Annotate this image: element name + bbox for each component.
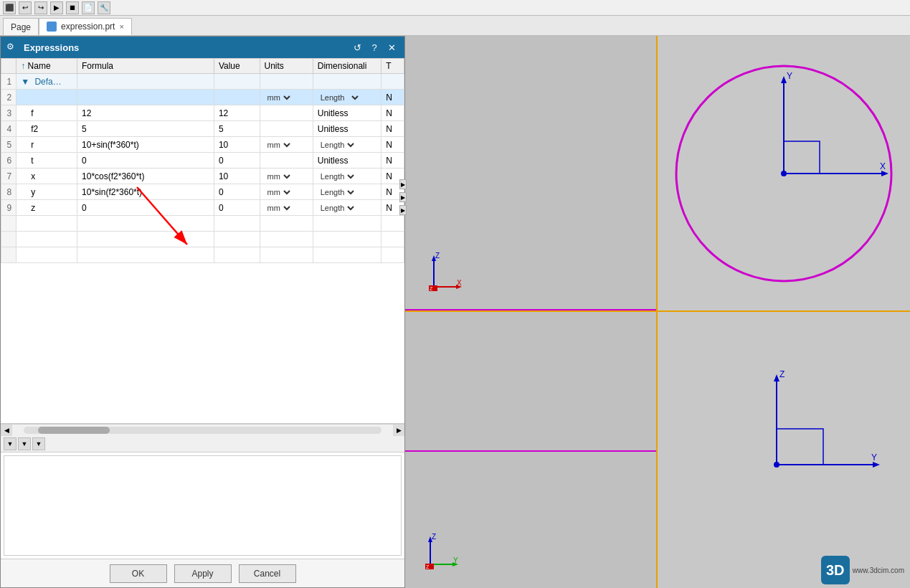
scroll-left-btn[interactable]: ◀ [1, 425, 12, 436]
col-header-formula[interactable]: Formula [77, 59, 214, 74]
table-row[interactable]: 7 x 10*cos(f2*360*t) 10 mm Length N [1, 169, 404, 184]
row-7-dim[interactable]: Length [313, 169, 381, 184]
col-header-units[interactable]: Units [260, 59, 313, 74]
row-1-dim [313, 74, 381, 90]
tab-file[interactable]: expression.prt × [39, 18, 132, 35]
table-row[interactable]: 6 t 0 0 Unitless N [1, 153, 404, 169]
row-9-formula[interactable]: 0 [77, 200, 214, 216]
3d-axes-svg: Z Y [683, 357, 884, 544]
svg-text:Z: Z [779, 369, 785, 379]
row-4-formula[interactable]: 5 [77, 121, 214, 137]
expressions-table-container[interactable]: ↑ Name Formula Value Units Dimensionali … [1, 58, 404, 424]
mini-btn-2[interactable]: ▼ [18, 437, 31, 450]
table-row-empty[interactable] [1, 232, 404, 247]
table-row-empty[interactable] [1, 247, 404, 263]
scroll-right-btn[interactable]: ▶ [393, 425, 404, 436]
dialog-titlebar: ⚙ Expressions ↺ ? ✕ [1, 37, 404, 58]
mini-btn-3[interactable]: ▼ [32, 437, 45, 450]
row-4-value: 5 [214, 121, 260, 137]
row-7-units-select[interactable]: mm [265, 171, 293, 181]
tab-page[interactable]: Page [3, 18, 39, 35]
toolbar-icon-7[interactable]: 🔧 [98, 1, 110, 14]
row-6-formula[interactable]: 0 [77, 153, 214, 169]
table-row[interactable]: 2 mmcmmin LengthU [1, 90, 404, 105]
handle-2[interactable]: ▶ [399, 192, 407, 202]
row-2-formula[interactable] [77, 90, 214, 105]
row-9-units[interactable]: mm [260, 200, 313, 216]
row-3-formula[interactable]: 12 [77, 105, 214, 121]
col-header-dim[interactable]: Dimensionali [313, 59, 381, 74]
row-6-name: t [16, 153, 77, 169]
row-9-units-select[interactable]: mm [265, 203, 293, 213]
row-8-dim-select[interactable]: Length [318, 187, 356, 197]
row-2-units[interactable]: mmcmmin [260, 90, 313, 105]
svg-text:Y: Y [787, 71, 792, 81]
table-row[interactable]: 1 ▼ Defa… [1, 74, 404, 90]
row-8-dim[interactable]: Length [313, 184, 381, 200]
group-expand-icon[interactable]: ▼ [21, 77, 29, 87]
handle-3[interactable]: ▶ [399, 205, 407, 215]
scroll-thumb[interactable] [38, 427, 110, 434]
row-2-name-input[interactable] [21, 93, 72, 103]
top-toolbar: ⬛ ↩ ↪ ▶ ⏹ 📄 🔧 [0, 0, 910, 16]
row-7-name: x [16, 169, 77, 184]
toolbar-icon-1[interactable]: ⬛ [3, 1, 16, 14]
row-8-units[interactable]: mm [260, 184, 313, 200]
row-9-dim[interactable]: Length [313, 200, 381, 216]
col-header-value[interactable]: Value [214, 59, 260, 74]
main-layout: ⚙ Expressions ↺ ? ✕ ↑ Name Formula V [0, 36, 910, 588]
row-5-units-select[interactable]: mm [265, 140, 293, 150]
row-3-name: f [16, 105, 77, 121]
row-2-name-cell[interactable] [16, 90, 77, 105]
mini-btn-1[interactable]: ▼ [4, 437, 16, 450]
row-2-dim-select[interactable]: LengthUnitlessAngle [318, 93, 361, 103]
row-2-units-select[interactable]: mmcmmin [265, 93, 293, 103]
table-row[interactable]: 3 f 12 12 Unitless N [1, 105, 404, 121]
toolbar-icon-4[interactable]: ▶ [50, 1, 63, 14]
toolbar-icon-2[interactable]: ↩ [19, 1, 32, 14]
apply-button[interactable]: Apply [174, 564, 232, 583]
row-5-dim-select[interactable]: Length [318, 140, 356, 150]
tab-file-label: expression.prt [61, 22, 115, 32]
toolbar-icon-3[interactable]: ↪ [34, 1, 47, 14]
handle-1[interactable]: ▶ [399, 179, 407, 189]
row-7-formula[interactable]: 10*cos(f2*360*t) [77, 169, 214, 184]
row-2-dim[interactable]: LengthUnitlessAngle [313, 90, 381, 105]
row-8-formula[interactable]: 10*sin(f2*360*t) [77, 184, 214, 200]
col-header-type[interactable]: T [381, 59, 404, 74]
svg-text:Z: Z [430, 286, 433, 291]
row-num-5: 5 [1, 137, 16, 153]
svg-text:Z: Z [426, 564, 430, 569]
horizontal-scrollbar[interactable]: ◀ ▶ [1, 424, 404, 435]
table-row[interactable]: 5 r 10+sin(f*360*t) 10 mm Length [1, 137, 404, 153]
watermark-logo: 3D [821, 556, 850, 584]
row-9-dim-select[interactable]: Length [318, 203, 356, 213]
scroll-track[interactable] [24, 427, 381, 434]
toolbar-icon-5[interactable]: ⏹ [66, 1, 79, 14]
dialog-help-btn[interactable]: ? [367, 40, 381, 54]
row-7-dim-select[interactable]: Length [318, 171, 356, 181]
row-5-formula[interactable]: 10+sin(f*360*t) [77, 137, 214, 153]
row-5-dim[interactable]: Length [313, 137, 381, 153]
ok-button[interactable]: OK [110, 564, 167, 583]
cancel-button[interactable]: Cancel [239, 564, 296, 583]
row-5-units[interactable]: mm [260, 137, 313, 153]
col-header-name[interactable]: ↑ Name [16, 59, 77, 74]
row-1-type [381, 74, 404, 90]
formula-textarea[interactable] [4, 455, 402, 556]
table-row[interactable]: 8 y 10*sin(f2*360*t) 0 mm Length N [1, 184, 404, 200]
row-7-units[interactable]: mm [260, 169, 313, 184]
row-8-units-select[interactable]: mm [265, 187, 293, 197]
row-3-units [260, 105, 313, 121]
row-num-9: 9 [1, 200, 16, 216]
toolbar-icon-6[interactable]: 📄 [82, 1, 95, 14]
table-row[interactable]: 9 z 0 0 mm Length N [1, 200, 404, 216]
dialog-reset-btn[interactable]: ↺ [350, 40, 364, 54]
row-group-name[interactable]: ▼ Defa… [16, 74, 77, 90]
table-row[interactable]: 4 f2 5 5 Unitless N [1, 121, 404, 137]
table-row-empty[interactable] [1, 216, 404, 232]
tab-close-btn[interactable]: × [119, 22, 123, 31]
dialog-close-btn[interactable]: ✕ [384, 40, 399, 54]
row-3-type: N [381, 105, 404, 121]
svg-marker-29 [873, 462, 880, 468]
